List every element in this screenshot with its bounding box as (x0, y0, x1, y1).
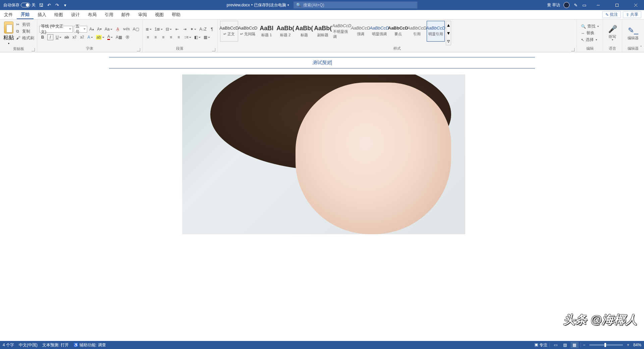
style-tile-明显强调[interactable]: AaBbCcD明显强调 (370, 21, 388, 42)
subscript-button[interactable]: x2 (71, 34, 77, 40)
collapse-ribbon-button[interactable]: ˄ (640, 45, 642, 50)
styles-scrollbar[interactable]: ▴▾▿ (446, 21, 451, 45)
maximize-button[interactable] (609, 0, 625, 10)
justify-button[interactable]: ≡ (168, 34, 174, 40)
qat-dropdown-icon[interactable]: ▾ (62, 2, 68, 8)
borders-button[interactable]: ▦ (203, 34, 211, 40)
search-input[interactable]: 🔍 搜索(Alt+Q) (293, 1, 417, 9)
undo-icon[interactable]: ↶ (46, 2, 52, 8)
copy-button[interactable]: ⧉复制 (15, 28, 35, 34)
clear-formatting-button[interactable]: wén (122, 26, 130, 32)
dialog-launcher-icon[interactable] (137, 48, 140, 51)
ribbon-display-icon[interactable]: ▭ (582, 2, 587, 8)
user-name[interactable]: 黄 早访 (547, 2, 560, 8)
find-button[interactable]: 🔍查找▾ (581, 23, 599, 30)
align-center-button[interactable]: ≡ (153, 34, 159, 40)
style-tile-要点[interactable]: AaBbCcD要点 (389, 21, 407, 42)
tab-mailings[interactable]: 邮件 (117, 10, 134, 19)
tab-review[interactable]: 审阅 (134, 10, 151, 19)
phonetic-guide-button[interactable]: A̤ (115, 26, 121, 32)
zoom-level[interactable]: 84% (633, 343, 641, 347)
replace-button[interactable]: ↔替换 (581, 30, 599, 36)
paste-button[interactable]: 粘贴 ▾ (2, 20, 15, 46)
cut-button[interactable]: ✂剪切 (15, 21, 35, 28)
style-tile-标题 1[interactable]: AaBl标题 1 (258, 21, 276, 42)
style-tile-不明显强调[interactable]: AaBbCcD不明显强调 (333, 21, 351, 42)
style-tile-强调[interactable]: AaBbCcD强调 (352, 21, 370, 42)
style-tile-引用[interactable]: AaBbCcD引用 (408, 21, 426, 42)
shrink-font-button[interactable]: A▾ (96, 26, 102, 32)
style-tile-标题 2[interactable]: AaBb(标题 2 (276, 21, 294, 42)
style-tile-副标题[interactable]: AaBb(副标题 (314, 21, 332, 42)
tab-layout[interactable]: 布局 (84, 10, 101, 19)
avatar[interactable] (564, 2, 570, 8)
bullets-button[interactable]: ≣ (145, 26, 152, 32)
asian-layout-button[interactable]: ✦ (190, 26, 197, 32)
text-prediction-status[interactable]: 文本预测: 打开 (42, 342, 69, 348)
character-border-button[interactable]: A▢ (132, 26, 140, 32)
font-name-combo[interactable]: 等线 (中文正文) (39, 26, 73, 33)
multilevel-list-button[interactable]: ⊟ (165, 26, 172, 32)
bold-button[interactable]: B (40, 34, 46, 40)
dialog-launcher-icon[interactable] (32, 48, 35, 51)
tab-draw[interactable]: 绘图 (50, 10, 67, 19)
redo-icon[interactable]: ↷ (54, 2, 60, 8)
italic-button[interactable]: I (47, 34, 53, 40)
grow-font-button[interactable]: A▴ (89, 26, 95, 32)
close-button[interactable] (628, 0, 643, 10)
autosave-toggle[interactable]: 自动保存 关 (3, 2, 36, 8)
shading-button[interactable]: ◧ (194, 34, 201, 40)
character-shading-button[interactable]: A▦ (115, 34, 123, 40)
share-button[interactable]: ⇪共享 (623, 11, 641, 18)
tab-design[interactable]: 设计 (67, 10, 84, 19)
zoom-in-button[interactable]: + (627, 343, 629, 347)
document-title[interactable]: preview.docx • 已保存到这台电脑 ▾ (227, 2, 289, 8)
sort-button[interactable]: A↓Z (199, 26, 207, 32)
format-painter-button[interactable]: 🖌格式刷 (15, 35, 35, 41)
embedded-image[interactable] (182, 74, 465, 234)
font-size-combo[interactable]: 五号 (74, 26, 87, 33)
style-tile-标题[interactable]: AaBb(标题 (295, 21, 313, 42)
document-canvas[interactable]: 测试预览 头条 @海椰人 (0, 52, 644, 341)
read-mode-button[interactable]: ▭ (552, 342, 560, 348)
decrease-indent-button[interactable]: ⇤ (174, 26, 180, 32)
dictate-button[interactable]: 🎤 听写▾ (605, 20, 620, 46)
style-tile-正文[interactable]: AaBbCcD↵ 正文 (220, 21, 238, 42)
align-left-button[interactable]: ≡ (145, 34, 151, 40)
superscript-button[interactable]: x2 (79, 34, 85, 40)
highlight-button[interactable]: ab (95, 34, 105, 40)
tab-insert[interactable]: 插入 (34, 10, 50, 19)
zoom-out-button[interactable]: − (583, 343, 585, 347)
strikethrough-button[interactable]: ab (64, 34, 70, 40)
web-layout-button[interactable]: ▦ (571, 342, 579, 348)
tab-home[interactable]: 开始 (17, 10, 34, 19)
font-color-button[interactable]: A (107, 34, 113, 40)
language-status[interactable]: 中文(中国) (19, 342, 38, 348)
chevron-down-icon[interactable]: ▾ (446, 29, 451, 37)
tab-help[interactable]: 帮助 (168, 10, 184, 19)
distribute-button[interactable]: ≡ (176, 34, 182, 40)
coming-soon-icon[interactable]: ✎ (573, 2, 578, 8)
style-tile-无间隔[interactable]: AaBbCcD↵ 无间隔 (239, 21, 257, 42)
save-icon[interactable]: 🖫 (38, 2, 44, 8)
dialog-launcher-icon[interactable] (212, 48, 215, 51)
accessibility-status[interactable]: ♿ 辅助功能: 调查 (73, 342, 106, 348)
comments-button[interactable]: ✎批注 (602, 11, 621, 18)
tab-view[interactable]: 视图 (151, 10, 168, 19)
change-case-button[interactable]: Aa (104, 26, 113, 32)
select-button[interactable]: ↖选择▾ (581, 37, 599, 43)
increase-indent-button[interactable]: ⇥ (182, 26, 188, 32)
style-tile-明显引用[interactable]: AaBbCcD明显引用 (427, 21, 445, 42)
zoom-slider[interactable] (589, 344, 623, 346)
styles-expand-icon[interactable]: ▿ (446, 37, 451, 45)
dialog-launcher-icon[interactable] (571, 48, 575, 51)
enclose-characters-button[interactable]: ㊝ (124, 34, 130, 40)
text-effects-button[interactable]: A (87, 34, 94, 40)
print-layout-button[interactable]: ▤ (561, 342, 569, 348)
focus-mode-button[interactable]: ▣ 专注 (534, 342, 547, 348)
editor-button[interactable]: ✎⎯ 编辑器 (624, 20, 642, 46)
tab-references[interactable]: 引用 (101, 10, 117, 19)
minimize-button[interactable] (590, 0, 606, 10)
underline-button[interactable]: U (55, 34, 62, 40)
line-spacing-button[interactable]: ↕≡ (183, 34, 192, 40)
